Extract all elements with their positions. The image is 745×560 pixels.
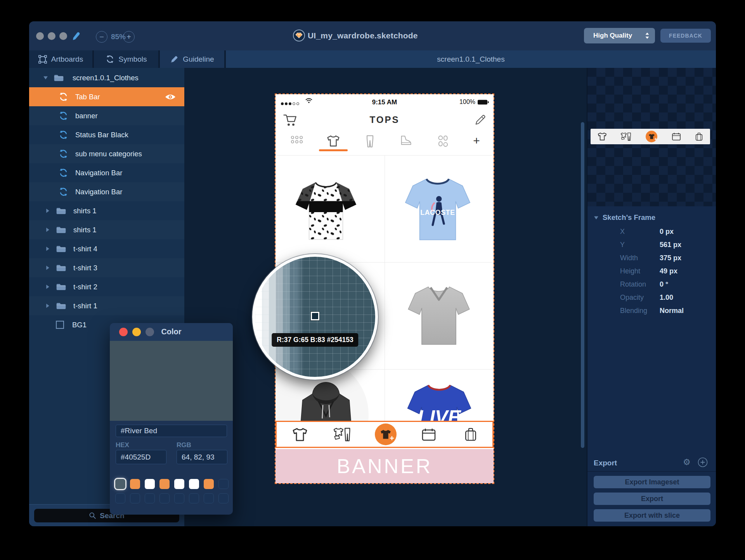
loupe-magnifier[interactable]: R:37 G:65 B:83 #254153 [252, 254, 378, 380]
layer-row-t-shirt-3[interactable]: t-shirt 3 [29, 258, 184, 277]
export-with-slice-button[interactable]: Export with slice [594, 509, 710, 522]
category-tops-icon[interactable] [322, 135, 345, 147]
svg-text:LIVE: LIVE [418, 407, 461, 421]
tabbar-outfit-icon[interactable] [330, 422, 355, 447]
feedback-button[interactable]: FEEDBACK [660, 29, 711, 43]
palette-swatch-empty[interactable] [174, 493, 184, 503]
banner-placeholder[interactable]: BANNER [275, 449, 494, 483]
layer-label: banner [75, 112, 98, 120]
zoom-in-button[interactable]: + [123, 31, 135, 43]
tab-symbols[interactable]: Symbols [94, 50, 158, 68]
disclosure-right-icon[interactable] [45, 227, 50, 232]
frame-section-header[interactable]: Sketch's Frame [594, 213, 655, 222]
disclosure-right-icon[interactable] [45, 265, 50, 270]
palette-swatch-empty[interactable] [218, 493, 229, 503]
palette-swatch[interactable] [174, 479, 184, 489]
layer-row-t-shirt-4[interactable]: t-shirt 4 [29, 239, 184, 258]
palette-swatch[interactable] [145, 479, 155, 489]
tab-artboards[interactable]: Artboards [29, 50, 92, 68]
window-zoom-button[interactable] [59, 32, 67, 40]
hoodie-dark-image[interactable] [289, 374, 363, 421]
prop-label: Rotation [620, 280, 646, 289]
zoom-out-button[interactable]: − [96, 31, 107, 43]
window-close-button[interactable] [36, 32, 44, 40]
disclosure-right-icon[interactable] [45, 284, 50, 289]
palette-swatch[interactable] [115, 479, 125, 489]
tshirt-live-image[interactable]: LIVE [403, 376, 476, 421]
palette-row-1 [115, 479, 229, 489]
sketch-logo-icon [293, 29, 305, 41]
palette-swatch[interactable] [159, 479, 170, 489]
disclosure-right-icon[interactable] [45, 303, 50, 308]
rgb-label: RGB [177, 441, 191, 449]
disclosure-down-icon[interactable] [43, 76, 48, 80]
palette-swatch-empty[interactable] [204, 493, 214, 503]
layer-row-tab-bar[interactable]: Tab Bar [29, 87, 184, 106]
search-icon [89, 512, 96, 519]
tabbar-add-clothes-button[interactable]: + [375, 423, 397, 445]
layer-row-navigation-bar-1[interactable]: Navigation Bar [29, 163, 184, 182]
layer-row-t-shirt-1[interactable]: t-shirt 1 [29, 296, 184, 315]
battery-percent: 100% [459, 99, 475, 105]
color-preview-swatch [110, 341, 233, 421]
palette-row-2 [115, 493, 229, 503]
category-shoes-icon[interactable] [395, 135, 418, 146]
tabbar-tshirt-icon[interactable] [288, 422, 312, 447]
palette-swatch-empty[interactable] [115, 493, 125, 503]
category-pants-icon[interactable] [358, 135, 381, 148]
folder-icon [56, 207, 66, 215]
layer-row-banner[interactable]: banner [29, 106, 184, 125]
artboard-icon [38, 55, 47, 64]
hex-value-field[interactable]: #40525D [116, 450, 166, 464]
eyedropper-icon[interactable] [71, 31, 81, 41]
tshirt-gray-vneck-image[interactable] [404, 278, 474, 353]
quality-select[interactable]: High Quality [584, 28, 655, 43]
palette-swatch-empty[interactable] [130, 493, 140, 503]
canvas-tab[interactable]: screen1.0.1_Clothes [226, 50, 716, 68]
layer-row-navigation-bar-2[interactable]: Navigation Bar [29, 182, 184, 201]
layer-row-sub-menu-categories[interactable]: sub menu categories [29, 144, 184, 163]
tshirt-blue-graphic-image[interactable]: LACOSTE [400, 171, 475, 248]
layer-row-status-bar-black[interactable]: Status Bar Black [29, 125, 184, 144]
gear-icon[interactable]: ⚙ [683, 457, 691, 467]
rgb-value-field[interactable]: 64, 82, 93 [177, 450, 227, 464]
palette-swatch[interactable] [189, 479, 199, 489]
layer-row-shirts-1a[interactable]: shirts 1 [29, 201, 184, 220]
tab-guideline[interactable]: Guideline [160, 50, 224, 68]
canvas-area[interactable]: 9:15 AM 100% TOPS + [184, 68, 587, 526]
palette-swatch[interactable] [204, 479, 214, 489]
canvas-scrollbar[interactable] [581, 122, 584, 448]
tabbar-suitcase-icon[interactable] [458, 422, 483, 447]
layer-row-shirts-1b[interactable]: shirts 1 [29, 220, 184, 239]
disclosure-down-icon [594, 216, 599, 220]
tabbar-calendar-icon[interactable] [416, 422, 441, 447]
palette-swatch-empty[interactable] [159, 493, 170, 503]
symbol-icon [59, 111, 68, 121]
palette-swatch-empty[interactable] [218, 479, 229, 489]
loupe-color-readout: R:37 G:65 B:83 #254153 [272, 333, 358, 347]
export-button[interactable]: Export [594, 493, 710, 505]
frame-section-title: Sketch's Frame [603, 213, 655, 222]
symbol-icon [59, 92, 68, 102]
palette-swatch-empty[interactable] [189, 493, 199, 503]
disclosure-right-icon[interactable] [45, 208, 50, 213]
layer-row-root-folder[interactable]: screen1.0.1_Clothes [29, 68, 184, 87]
prop-label: Blending [620, 307, 647, 315]
layer-row-t-shirt-2[interactable]: t-shirt 2 [29, 277, 184, 296]
edit-pencil-icon[interactable] [474, 114, 487, 126]
tshirt-dalmatian-image[interactable] [291, 174, 361, 248]
export-imageset-button[interactable]: Export Imageset [594, 476, 710, 488]
window-minimize-button[interactable] [48, 32, 55, 40]
category-accessories-icon[interactable] [431, 135, 454, 147]
eye-visible-icon[interactable] [165, 93, 176, 100]
phone-tab-bar-selected[interactable]: + [275, 421, 494, 448]
category-all-grid-icon[interactable] [285, 135, 308, 144]
add-export-icon[interactable] [698, 457, 708, 467]
disclosure-right-icon[interactable] [45, 246, 50, 251]
palette-swatch[interactable] [130, 479, 140, 489]
layer-label: t-shirt 2 [73, 283, 97, 291]
category-add-icon[interactable]: + [465, 135, 488, 147]
prop-row-height: Height 49 px [587, 267, 716, 279]
palette-swatch-empty[interactable] [145, 493, 155, 503]
color-name-field[interactable]: #River Bed [116, 425, 227, 437]
